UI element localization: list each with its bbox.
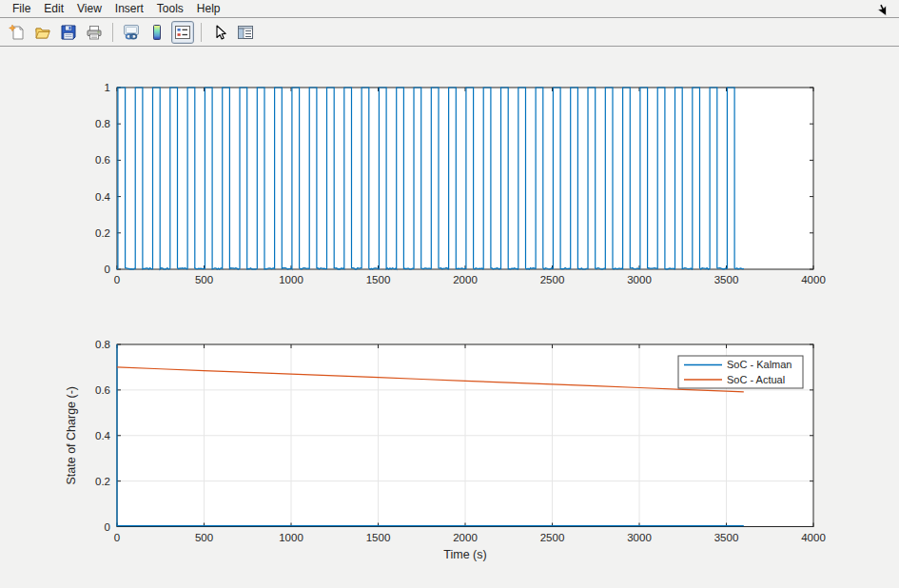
svg-text:State of Charge (-): State of Charge (-) — [65, 386, 78, 485]
svg-text:3000: 3000 — [627, 532, 652, 543]
soc-plot: 0500100015002000250030003500400000.20.40… — [65, 339, 826, 560]
svg-text:3500: 3500 — [714, 532, 739, 543]
menu-view[interactable]: View — [70, 0, 108, 18]
svg-text:0.2: 0.2 — [95, 476, 110, 487]
legend[interactable]: SoC - KalmanSoC - Actual — [678, 356, 803, 388]
insert-legend-button[interactable] — [171, 21, 194, 44]
svg-text:1000: 1000 — [279, 274, 303, 285]
insert-colorbar-button[interactable] — [146, 21, 168, 44]
link-plot-icon — [123, 24, 140, 41]
svg-text:SoC - Kalman: SoC - Kalman — [727, 359, 792, 370]
edit-plot-icon — [211, 24, 228, 41]
print-figure-icon — [86, 24, 103, 41]
save-figure-button[interactable] — [57, 21, 80, 44]
mouse-cursor — [872, 2, 888, 17]
open-file-icon — [34, 24, 51, 41]
menu-tools[interactable]: Tools — [150, 0, 190, 18]
svg-text:500: 500 — [195, 274, 213, 285]
svg-text:0.6: 0.6 — [95, 384, 110, 396]
svg-text:1500: 1500 — [366, 532, 391, 543]
svg-text:Time (s): Time (s) — [443, 548, 486, 561]
pulse-plot: 0500100015002000250030003500400000.20.40… — [95, 82, 826, 285]
svg-text:3500: 3500 — [714, 274, 739, 285]
insert-colorbar-icon — [148, 24, 166, 41]
svg-text:1000: 1000 — [279, 532, 303, 543]
save-figure-icon — [60, 24, 77, 41]
toolbar — [0, 19, 899, 47]
svg-text:2500: 2500 — [540, 274, 565, 285]
figure-window: File Edit View Insert Tools Help — [0, 0, 899, 588]
svg-text:2500: 2500 — [540, 532, 565, 543]
svg-text:3000: 3000 — [627, 274, 652, 285]
svg-text:2000: 2000 — [453, 274, 478, 285]
svg-text:SoC - Actual: SoC - Actual — [727, 374, 785, 385]
menu-bar: File Edit View Insert Tools Help — [0, 0, 899, 18]
plots-svg: 0500100015002000250030003500400000.20.40… — [0, 48, 899, 588]
figure-canvas: 0500100015002000250030003500400000.20.40… — [0, 48, 899, 588]
svg-text:0.4: 0.4 — [95, 430, 111, 441]
menu-insert[interactable]: Insert — [108, 0, 150, 18]
svg-text:0.2: 0.2 — [95, 227, 110, 239]
menu-edit[interactable]: Edit — [37, 0, 70, 18]
print-figure-button[interactable] — [83, 21, 106, 44]
menu-help[interactable]: Help — [190, 0, 227, 18]
svg-text:4000: 4000 — [801, 274, 826, 285]
svg-text:0: 0 — [114, 274, 120, 285]
svg-text:1500: 1500 — [366, 274, 391, 285]
svg-text:0: 0 — [105, 521, 110, 533]
svg-text:2000: 2000 — [453, 532, 478, 543]
new-figure-icon — [9, 24, 26, 41]
svg-text:0.4: 0.4 — [95, 191, 111, 203]
svg-text:0.8: 0.8 — [95, 118, 110, 129]
svg-text:0.8: 0.8 — [95, 339, 110, 350]
svg-text:500: 500 — [195, 532, 213, 543]
property-editor-icon — [237, 24, 254, 41]
link-plot-button[interactable] — [120, 21, 143, 44]
new-figure-button[interactable] — [6, 21, 29, 44]
edit-plot-button[interactable] — [208, 21, 231, 44]
toolbar-separator — [112, 23, 113, 42]
svg-text:1: 1 — [105, 82, 110, 93]
svg-text:0: 0 — [105, 264, 110, 275]
toolbar-separator — [201, 23, 202, 42]
open-file-button[interactable] — [31, 21, 54, 44]
svg-text:0: 0 — [114, 532, 120, 543]
insert-legend-icon — [174, 24, 191, 41]
svg-text:4000: 4000 — [801, 532, 826, 543]
property-editor-button[interactable] — [234, 21, 257, 44]
menu-file[interactable]: File — [6, 0, 37, 18]
svg-text:0.6: 0.6 — [95, 154, 110, 166]
